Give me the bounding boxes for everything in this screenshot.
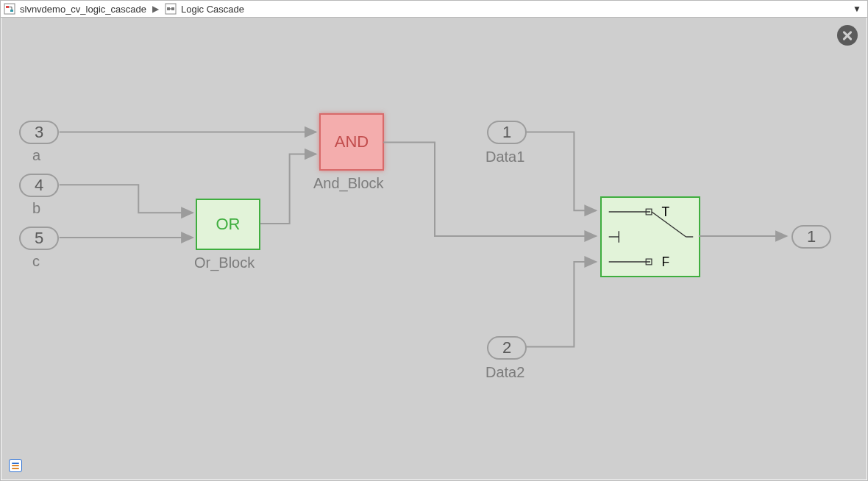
inport-a[interactable]: 3 — [19, 121, 59, 144]
and-block-text: AND — [335, 132, 369, 152]
app-frame: slvnvdemo_cv_logic_cascade ▶ Logic Casca… — [0, 0, 868, 481]
inport-data2[interactable]: 2 — [487, 336, 527, 360]
inport-b-label: b — [32, 200, 40, 217]
switch-false-label: F — [662, 254, 670, 269]
breadcrumb-bar: slvnvdemo_cv_logic_cascade ▶ Logic Casca… — [1, 1, 867, 18]
model-canvas[interactable]: 3 a 4 b 5 c OR Or_Block AND And_Block 1 … — [1, 18, 867, 480]
breadcrumb-dropdown-icon[interactable]: ▼ — [853, 4, 864, 14]
inport-c[interactable]: 5 — [19, 227, 59, 250]
subsystem-icon — [165, 3, 177, 15]
svg-rect-0 — [4, 4, 15, 14]
inport-c-number: 5 — [35, 229, 43, 248]
or-block[interactable]: OR — [196, 199, 260, 250]
inport-b[interactable]: 4 — [19, 174, 59, 197]
svg-rect-5 — [171, 7, 174, 10]
inport-data1[interactable]: 1 — [487, 121, 527, 144]
svg-rect-4 — [167, 7, 170, 10]
inport-a-number: 3 — [35, 123, 43, 142]
switch-true-label: T — [662, 204, 670, 219]
or-block-name: Or_Block — [194, 254, 255, 271]
inport-data1-number: 1 — [502, 123, 511, 142]
switch-block[interactable]: T F — [600, 196, 700, 277]
inport-a-label: a — [32, 147, 40, 164]
breadcrumb-root[interactable]: slvnvdemo_cv_logic_cascade — [20, 4, 146, 15]
switch-block-graphic: T F — [602, 196, 699, 277]
or-block-text: OR — [216, 215, 241, 234]
and-block[interactable]: AND — [319, 113, 384, 171]
model-icon — [4, 3, 15, 15]
inport-data1-label: Data1 — [485, 149, 524, 165]
svg-rect-1 — [6, 6, 9, 8]
and-block-name: And_Block — [313, 175, 384, 192]
outport-1-number: 1 — [807, 227, 816, 246]
model-badge-icon[interactable] — [9, 459, 22, 472]
inport-b-number: 4 — [35, 176, 43, 195]
breadcrumb-current[interactable]: Logic Cascade — [181, 4, 244, 15]
inport-data2-label: Data2 — [485, 364, 524, 381]
inport-data2-number: 2 — [502, 338, 511, 357]
svg-rect-2 — [10, 10, 13, 12]
outport-1[interactable]: 1 — [791, 225, 831, 249]
breadcrumb-separator-icon: ▶ — [151, 4, 160, 14]
wires-layer — [1, 18, 867, 480]
close-icon[interactable] — [837, 25, 858, 46]
inport-c-label: c — [32, 253, 40, 270]
